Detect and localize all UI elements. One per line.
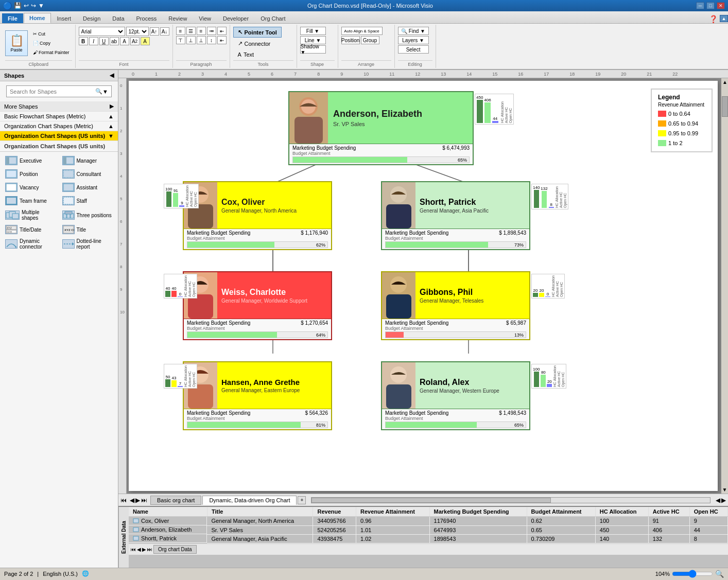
line-spacing-button[interactable]: ↕	[207, 36, 216, 44]
shape-dotted[interactable]: Dotted-line report	[60, 237, 115, 251]
help-button[interactable]: ❓	[709, 15, 718, 23]
tab-process[interactable]: Process	[131, 13, 163, 23]
zoom-in-button[interactable]: 🔍	[715, 570, 724, 578]
auto-align-button[interactable]: Auto Align & Space	[341, 27, 383, 35]
section-org-metric[interactable]: Organization Chart Shapes (Metric) ▲	[0, 121, 118, 131]
shape-manager[interactable]: Manager	[60, 155, 115, 166]
scroll-down-button[interactable]: ▼	[721, 487, 728, 493]
sheet-tab-dynamic[interactable]: Dynamic, Data-driven Org Chart	[202, 496, 297, 505]
align-top-button[interactable]: ⊤	[176, 36, 185, 44]
align-right-button[interactable]: ≡	[197, 27, 206, 35]
find-button[interactable]: 🔍 Find ▼	[398, 27, 429, 35]
layers-button[interactable]: Layers ▼	[398, 36, 429, 44]
search-dropdown-icon[interactable]: ▼	[102, 89, 108, 95]
table-row[interactable]: Shortt, Patrick General Manager, Asia Pa…	[129, 534, 728, 543]
copy-button[interactable]: 📄 Copy	[30, 39, 72, 47]
tab-insert[interactable]: Insert	[51, 13, 77, 23]
status-flag-icon[interactable]: 🌐	[82, 570, 89, 577]
close-button[interactable]: ✕	[717, 2, 725, 9]
connector-tool-button[interactable]: ↗ Connector	[233, 38, 282, 49]
font-grow-button[interactable]: A↑	[150, 27, 159, 36]
tab-scroll-right[interactable]: ▶	[721, 497, 726, 504]
position-button[interactable]: Position	[341, 36, 360, 44]
line-button[interactable]: Line ▼	[300, 36, 326, 44]
window-controls[interactable]: ─ □ ✕	[696, 2, 725, 9]
node-gibbons[interactable]: Gibbons, Phil General Manager, Telesales…	[381, 271, 530, 340]
data-sheet-tab[interactable]: Org chart Data	[153, 545, 197, 554]
canvas-scroll[interactable]: 012345678910	[118, 78, 728, 494]
col-revenue-attainment[interactable]: Revenue Attainment	[356, 507, 429, 517]
tab-scrollbar[interactable]	[311, 497, 710, 503]
font-size-select[interactable]: 12pt.	[126, 27, 149, 36]
col-hc-allocation[interactable]: HC Allocation	[595, 507, 648, 517]
tab-design[interactable]: Design	[77, 13, 106, 23]
decrease-indent-button[interactable]: ⇤	[217, 27, 227, 35]
section-org-us[interactable]: Organization Chart Shapes (US units) ▼	[0, 131, 118, 141]
shape-executive[interactable]: Executive	[3, 155, 58, 166]
vertical-scrollbar[interactable]: ▲ ▼	[721, 78, 728, 494]
cut-button[interactable]: ✂ Cut	[30, 30, 72, 38]
decrease-indent2-button[interactable]: ⇤	[217, 36, 227, 44]
bold-button[interactable]: B	[79, 37, 88, 45]
shadow-button[interactable]: Shadow ▼	[300, 45, 326, 54]
tab-orgchart[interactable]: Org Chart	[255, 13, 291, 23]
ribbon-minimize-button[interactable]: ▲	[720, 15, 728, 22]
prev-sheet-button[interactable]: ◀	[130, 497, 134, 504]
shape-titledate[interactable]: XYZ 04/98 Title/Date	[3, 224, 58, 235]
node-cox[interactable]: Cox, Oliver General Manager, North Ameri…	[183, 181, 332, 250]
last-sheet-button[interactable]: ⏭	[141, 497, 147, 504]
table-row[interactable]: Cox, Oliver General Manager, North Ameri…	[129, 517, 728, 526]
col-open-hc[interactable]: Open HC	[689, 507, 727, 517]
tab-scroll-thumb[interactable]	[311, 498, 550, 503]
font-color2-button[interactable]: A2	[130, 37, 140, 45]
shape-dynamic[interactable]: Dynamic connector	[3, 237, 58, 251]
table-row[interactable]: Anderson, Elizabeth Sr. VP Sales 5242052…	[129, 525, 728, 534]
highlight-button[interactable]: A	[141, 37, 150, 45]
sidebar-collapse-button[interactable]: ◀	[110, 72, 114, 79]
next-sheet-button[interactable]: ▶	[135, 497, 140, 504]
col-active-hc[interactable]: Active HC	[648, 507, 689, 517]
zoom-slider[interactable]	[672, 570, 713, 578]
select-button[interactable]: Select	[398, 45, 429, 54]
shape-title[interactable]: XYZ CORP Title	[60, 224, 115, 235]
data-first-button[interactable]: ⏮	[131, 547, 136, 552]
col-title[interactable]: Title	[207, 507, 313, 517]
first-sheet-button[interactable]: ⏮	[120, 497, 127, 504]
col-revenue[interactable]: Revenue	[313, 507, 356, 517]
node-weiss[interactable]: Weiss, Charlotte General Manager, Worldw…	[183, 271, 332, 340]
search-input[interactable]	[10, 89, 95, 95]
col-name[interactable]: Name	[129, 507, 207, 517]
font-family-select[interactable]: Arial	[79, 27, 125, 36]
tab-data[interactable]: Data	[107, 13, 130, 23]
paste-button[interactable]: 📋 Paste	[5, 30, 28, 56]
more-shapes-item[interactable]: More Shapes ▶	[0, 101, 118, 112]
data-next-button[interactable]: ▶	[142, 547, 146, 552]
data-prev-button[interactable]: ◀	[137, 547, 141, 552]
tab-view[interactable]: View	[193, 13, 217, 23]
tab-developer[interactable]: Developer	[217, 13, 254, 23]
format-painter-button[interactable]: 🖌 Format Painter	[30, 48, 72, 57]
node-anderson[interactable]: Anderson, Elizabeth Sr. VP Sales Marketi…	[288, 91, 474, 165]
tab-review[interactable]: Review	[163, 13, 193, 23]
section-basic-flowchart[interactable]: Basic Flowchart Shapes (Metric) ▲	[0, 112, 118, 121]
text-tool-button[interactable]: A Text	[233, 49, 282, 60]
shape-three[interactable]: Three positions	[60, 208, 115, 222]
italic-button[interactable]: I	[89, 37, 98, 45]
col-budget-attainment[interactable]: Budget Attainment	[527, 507, 595, 517]
align-center-button[interactable]: ☰	[186, 27, 196, 35]
node-roland[interactable]: Roland, Alex General Manager, Western Eu…	[381, 361, 530, 430]
align-middle-button[interactable]: ⊥	[186, 36, 196, 44]
sheet-tab-basic[interactable]: Basic org chart	[150, 496, 201, 505]
tab-scroll-left[interactable]: ◀	[716, 497, 720, 504]
shape-staff[interactable]: Staff	[60, 195, 115, 206]
bullet-list-button[interactable]: ≔	[207, 27, 216, 35]
data-last-button[interactable]: ⏭	[147, 547, 152, 552]
node-hansen[interactable]: Hansen, Anne Grethe General Manager, Eas…	[183, 361, 332, 430]
align-left-button[interactable]: ≡	[176, 27, 185, 35]
shape-teamframe[interactable]: Team frame	[3, 195, 58, 206]
shape-multiple[interactable]: Multiple shapes	[3, 208, 58, 222]
shape-position[interactable]: Position	[3, 168, 58, 180]
minimize-button[interactable]: ─	[696, 2, 704, 9]
shape-vacancy[interactable]: Vacancy	[3, 182, 58, 193]
col-marketing-budget[interactable]: Marketing Budget Spending	[429, 507, 527, 517]
